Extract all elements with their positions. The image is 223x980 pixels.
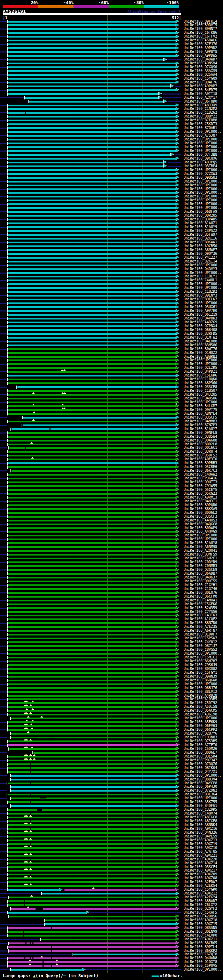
gap-legend-query: (in Query)/ xyxy=(35,974,63,978)
query-gap-triangle-icon xyxy=(55,959,58,961)
query-gap-triangle-icon xyxy=(55,963,58,965)
scale-percent-label: ~80% xyxy=(134,0,144,5)
query-gap-triangle-icon xyxy=(29,868,32,870)
query-gap-triangle-icon xyxy=(26,822,28,824)
subject-trail-line xyxy=(87,969,181,970)
query-gap-triangle-icon xyxy=(31,720,34,721)
query-gap-triangle-icon xyxy=(26,739,28,740)
query-gap-triangle-icon xyxy=(26,868,28,870)
query-gap-triangle-icon xyxy=(26,883,28,885)
query-gap-triangle-icon xyxy=(33,411,35,413)
query-gap-triangle-icon xyxy=(26,853,28,855)
query-gap-triangle-icon xyxy=(26,746,28,748)
query-gap-triangle-icon xyxy=(29,838,32,840)
alignment-start-tick xyxy=(10,968,11,971)
query-gap-triangle-icon xyxy=(29,712,32,714)
query-gap-triangle-icon xyxy=(26,754,28,756)
query-gap-triangle-icon xyxy=(26,712,28,714)
query-gap-triangle-icon xyxy=(32,419,35,421)
query-gap-triangle-icon xyxy=(29,963,31,965)
query-gap-triangle-icon xyxy=(30,724,33,725)
query-gap-triangle-icon xyxy=(30,895,33,897)
query-gap-triangle-icon xyxy=(29,830,32,832)
query-gap-triangle-icon xyxy=(30,746,34,748)
query-gap-triangle-icon xyxy=(29,861,32,862)
scale-segment xyxy=(39,5,74,8)
query-gap-triangle-icon xyxy=(29,815,32,817)
query-gap-triangle-icon xyxy=(29,704,32,706)
query-gap-triangle-icon xyxy=(63,392,66,394)
query-gap-triangle-icon xyxy=(26,708,28,710)
scale-percent-label: ~40% xyxy=(63,0,74,5)
query-gap-triangle-icon xyxy=(26,830,28,832)
query-gap-triangle-icon xyxy=(26,727,28,729)
query-gap-triangle-icon xyxy=(29,754,32,756)
query-gap-triangle-icon xyxy=(40,716,43,718)
query-gap-triangle-icon xyxy=(92,887,95,889)
query-gap-triangle-icon xyxy=(27,716,30,718)
query-gap-triangle-icon xyxy=(26,876,28,877)
subject-gap-line xyxy=(35,909,43,909)
query-gap-triangle-icon xyxy=(26,861,28,862)
scale-segment xyxy=(144,5,179,8)
alignment-row[interactable]: UniRef100_UPI000.. xyxy=(0,966,223,973)
query-gap-triangle-icon xyxy=(31,457,34,458)
query-gap-triangle-icon xyxy=(32,404,35,405)
query-gap-triangle-icon xyxy=(29,845,32,847)
query-gap-triangle-icon xyxy=(29,758,32,760)
query-gap-triangle-icon xyxy=(26,720,28,721)
scale-percent-label: ~60% xyxy=(99,0,109,5)
scale-segment xyxy=(3,5,39,8)
query-gap-triangle-icon xyxy=(26,704,28,706)
subject-gap-line xyxy=(37,810,42,810)
query-gap-triangle-icon xyxy=(40,956,43,958)
query-gap-triangle-icon xyxy=(63,369,66,371)
subject-gap-line xyxy=(40,798,47,799)
query-gap-triangle-icon xyxy=(29,822,32,824)
query-gap-triangle-icon xyxy=(31,700,34,702)
gap-legend-subject: (in Subject) xyxy=(66,974,99,978)
ruler-bar xyxy=(3,13,181,15)
query-gap-triangle-icon xyxy=(29,876,32,877)
alignview-screen: 20%~40%~60%~80%~100% AY526191 AlignView.… xyxy=(0,0,223,980)
query-gap-triangle-icon xyxy=(29,853,32,855)
query-gap-triangle-icon xyxy=(33,758,35,760)
query-gap-triangle-icon xyxy=(27,906,30,908)
query-gap-triangle-icon xyxy=(27,731,30,733)
query-gap-triangle-icon xyxy=(30,727,34,729)
query-gap-triangle-icon xyxy=(61,404,64,405)
arrowhead-icon xyxy=(82,968,85,971)
scale-percent-label: ~100% xyxy=(167,0,179,5)
query-gap-triangle-icon xyxy=(29,883,32,885)
gap-in-query-icon: ▲ xyxy=(33,974,35,978)
alignment-bar[interactable] xyxy=(11,969,82,970)
gap-legend-prefix: Large gaps: xyxy=(3,974,30,978)
gap-in-subject-icon: ─ xyxy=(63,974,66,978)
query-gap-triangle-icon xyxy=(26,758,28,760)
scale-marker-icon xyxy=(152,975,159,977)
query-gap-triangle-icon xyxy=(26,815,28,817)
query-gap-triangle-icon xyxy=(29,959,31,961)
scale-segment xyxy=(74,5,109,8)
query-gap-triangle-icon xyxy=(32,392,35,394)
subject-gap-line xyxy=(29,737,37,738)
subject-gap-line xyxy=(48,737,55,738)
query-gap-triangle-icon xyxy=(26,700,28,702)
query-gap-triangle-icon xyxy=(26,724,28,725)
scale-percent-label: 20% xyxy=(30,0,39,5)
query-gap-triangle-icon xyxy=(26,838,28,840)
query-gap-triangle-icon xyxy=(30,442,33,444)
query-gap-triangle-icon xyxy=(29,739,32,740)
hit-label[interactable]: UniRef100_UPI000.. xyxy=(184,967,221,971)
scale-marker-label: =100char. xyxy=(160,974,183,978)
gap-legend: Large gaps: ▲(in Query)/─ (in Subject) xyxy=(3,974,99,978)
query-gap-triangle-icon xyxy=(33,754,35,756)
query-gap-triangle-icon xyxy=(31,708,34,710)
query-gap-triangle-icon xyxy=(26,845,28,847)
query-gap-triangle-icon xyxy=(63,407,66,409)
scale-segment xyxy=(109,5,144,8)
